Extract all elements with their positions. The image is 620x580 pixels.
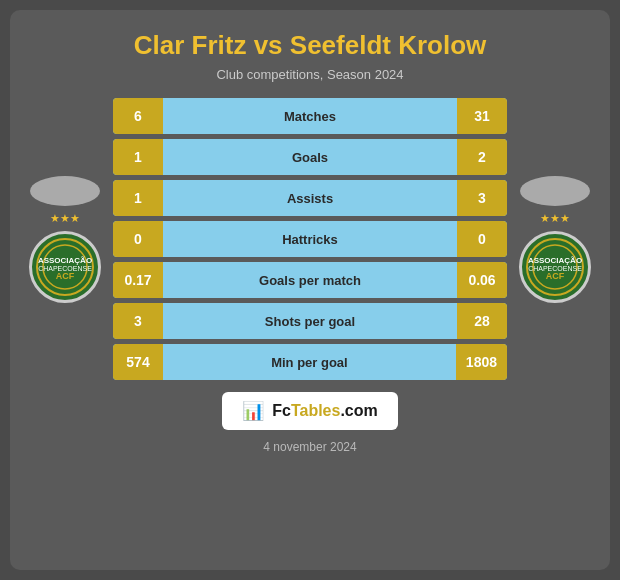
stat-right-value: 1808 — [456, 344, 507, 380]
stat-left-value: 0.17 — [113, 262, 163, 298]
stat-label: Hattricks — [163, 232, 457, 247]
stat-label: Matches — [163, 109, 457, 124]
svg-text:ACF: ACF — [546, 271, 565, 281]
fctables-icon: 📊 — [242, 400, 264, 422]
left-stars: ★★★ — [50, 212, 80, 225]
stat-label: Assists — [163, 191, 457, 206]
stat-right-value: 2 — [457, 139, 507, 175]
stat-label: Goals — [163, 150, 457, 165]
left-club-badge: ASSOCIAÇÃO CHAPECOENSE ACF — [29, 231, 101, 303]
left-team-logo: ★★★ ASSOCIAÇÃO CHAPECOENSE ACF — [25, 176, 105, 303]
svg-text:ASSOCIAÇÃO: ASSOCIAÇÃO — [38, 256, 92, 265]
stat-row: 1Goals2 — [113, 139, 507, 175]
stat-left-value: 0 — [113, 221, 163, 257]
stat-left-value: 574 — [113, 344, 163, 380]
right-club-badge: ASSOCIAÇÃO CHAPECOENSE ACF — [519, 231, 591, 303]
stat-right-value: 0.06 — [457, 262, 507, 298]
stat-row: 0Hattricks0 — [113, 221, 507, 257]
stat-row: 0.17Goals per match0.06 — [113, 262, 507, 298]
page-title: Clar Fritz vs Seefeldt Krolow — [134, 30, 487, 61]
right-stars: ★★★ — [540, 212, 570, 225]
right-ellipse — [520, 176, 590, 206]
stat-label: Goals per match — [163, 273, 457, 288]
content-area: ★★★ ASSOCIAÇÃO CHAPECOENSE ACF 6Matches3… — [25, 98, 595, 380]
stat-right-value: 31 — [457, 98, 507, 134]
stat-right-value: 3 — [457, 180, 507, 216]
stat-label: Shots per goal — [163, 314, 457, 329]
stats-list: 6Matches311Goals21Assists30Hattricks00.1… — [113, 98, 507, 380]
stat-row: 574Min per goal1808 — [113, 344, 507, 380]
stat-left-value: 6 — [113, 98, 163, 134]
subtitle: Club competitions, Season 2024 — [216, 67, 403, 82]
fctables-text: FcTables.com — [272, 402, 378, 420]
stat-right-value: 0 — [457, 221, 507, 257]
right-team-logo: ★★★ ASSOCIAÇÃO CHAPECOENSE ACF — [515, 176, 595, 303]
stat-row: 1Assists3 — [113, 180, 507, 216]
fctables-banner: 📊 FcTables.com — [222, 392, 398, 430]
svg-text:ASSOCIAÇÃO: ASSOCIAÇÃO — [528, 256, 582, 265]
stat-left-value: 1 — [113, 180, 163, 216]
left-ellipse — [30, 176, 100, 206]
stat-right-value: 28 — [457, 303, 507, 339]
stat-row: 3Shots per goal28 — [113, 303, 507, 339]
svg-text:ACF: ACF — [56, 271, 75, 281]
stat-left-value: 1 — [113, 139, 163, 175]
stat-label: Min per goal — [163, 355, 456, 370]
date-footer: 4 november 2024 — [263, 440, 356, 454]
stat-row: 6Matches31 — [113, 98, 507, 134]
stat-left-value: 3 — [113, 303, 163, 339]
comparison-card: Clar Fritz vs Seefeldt Krolow Club compe… — [10, 10, 610, 570]
